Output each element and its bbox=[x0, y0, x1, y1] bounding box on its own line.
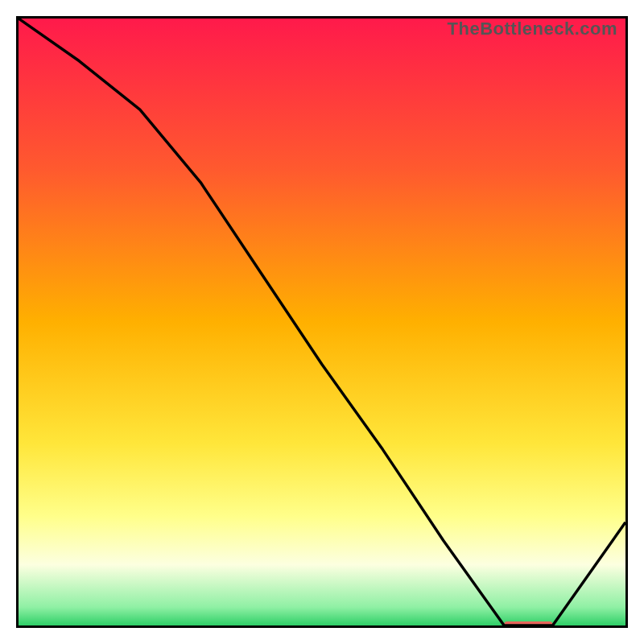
gradient-background bbox=[19, 19, 625, 625]
chart-frame: TheBottleneck.com bbox=[16, 16, 628, 628]
chart-plot bbox=[19, 19, 625, 625]
watermark-text: TheBottleneck.com bbox=[448, 19, 617, 39]
